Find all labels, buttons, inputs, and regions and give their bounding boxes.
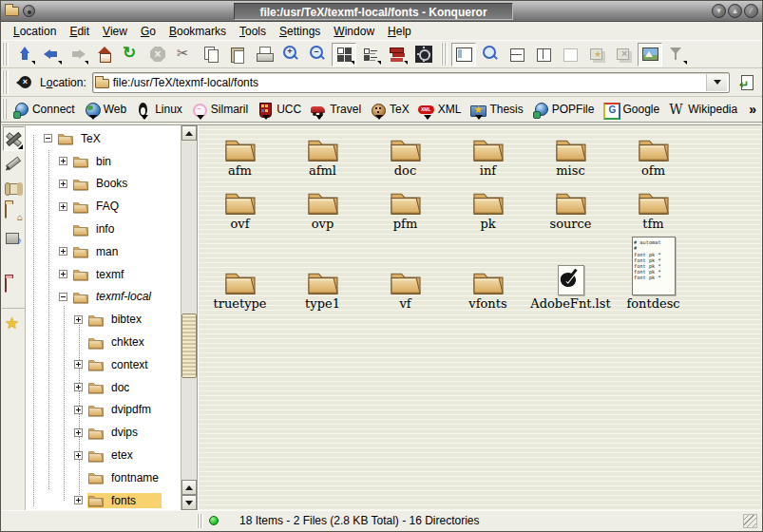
bookmark-item-globe[interactable]: Web xyxy=(81,100,132,120)
bookmark-item-ucc-crest[interactable]: UCC xyxy=(254,100,307,120)
sidebar-tab-configure-tools[interactable] xyxy=(3,126,25,151)
menu-item[interactable]: Location xyxy=(7,23,63,40)
location-value[interactable]: file:/usr/TeX/texmf-local/fonts xyxy=(109,76,706,89)
maximize-button[interactable]: ▴ xyxy=(728,4,742,18)
resize-grip[interactable] xyxy=(743,514,757,528)
file-item-folder[interactable]: ofm xyxy=(612,125,695,179)
menu-item[interactable]: Tools xyxy=(233,23,273,40)
tree-item[interactable]: chktex xyxy=(26,331,181,353)
tree-item[interactable]: etex xyxy=(26,444,181,466)
sticky-button[interactable] xyxy=(23,5,35,17)
file-item-folder[interactable]: doc xyxy=(364,125,447,179)
tree-item[interactable]: context xyxy=(26,353,181,376)
toolbar-button-new-tab[interactable] xyxy=(584,43,609,66)
toolbar-button-cut[interactable] xyxy=(172,43,197,66)
tree-expander[interactable] xyxy=(59,202,67,211)
location-input[interactable]: file:/usr/TeX/texmf-local/fonts xyxy=(92,72,730,93)
location-dropdown-button[interactable] xyxy=(706,74,727,91)
toolbar-button-print[interactable] xyxy=(252,43,277,66)
toolbar-drag-handle[interactable] xyxy=(2,43,9,66)
titlebar[interactable]: file:/usr/TeX/texmf-local/fonts - Konque… xyxy=(1,1,762,22)
sidebar-tab-history-scroll[interactable] xyxy=(3,176,25,200)
toolbar-button-zoom-in[interactable] xyxy=(278,43,303,66)
menu-item[interactable]: Go xyxy=(134,23,162,40)
tree-item[interactable]: doc xyxy=(26,376,181,399)
scroll-down-button[interactable] xyxy=(181,495,197,510)
tree-item[interactable]: FAQ xyxy=(26,195,181,218)
file-item-folder[interactable]: afml xyxy=(281,125,364,179)
close-button[interactable]: ⁄ xyxy=(744,4,758,18)
bookmark-item-wikipedia-w[interactable]: Wikipedia xyxy=(665,100,743,120)
icon-view[interactable]: afm afml doc xyxy=(198,125,761,510)
toolbar-button-filter[interactable] xyxy=(664,43,689,66)
toolbar-drag-handle[interactable] xyxy=(441,43,448,66)
file-item-folder[interactable]: pfm xyxy=(364,179,447,232)
go-button[interactable] xyxy=(735,71,758,94)
tree-item[interactable]: bin xyxy=(26,150,181,173)
tree-item[interactable]: info xyxy=(26,218,181,240)
file-item-folder[interactable]: ovf xyxy=(199,179,281,232)
toolbar-button-stop[interactable] xyxy=(145,43,170,66)
toolbar-button-back-arrow[interactable] xyxy=(39,43,64,66)
file-item-folder[interactable]: afm xyxy=(199,125,281,179)
toolbar-button-up-arrow[interactable] xyxy=(12,43,37,66)
bookmark-item-tex-lion[interactable]: TeX xyxy=(367,100,415,120)
menu-item[interactable]: Edit xyxy=(63,23,96,40)
tree-item[interactable]: fontname xyxy=(26,466,181,489)
file-item-folder[interactable]: source xyxy=(529,179,612,232)
toolbar-button-tree-view[interactable] xyxy=(358,43,383,66)
toolbar-button-close-tab[interactable] xyxy=(611,43,636,66)
toolbar-drag-handle[interactable] xyxy=(2,70,9,94)
file-item-folder[interactable]: vfonts xyxy=(447,232,529,312)
bookmark-overflow-chevron[interactable]: » xyxy=(743,102,762,117)
sidebar-tab-network-globe[interactable] xyxy=(3,250,25,275)
file-item-folder[interactable]: ovp xyxy=(281,179,364,232)
menu-item[interactable]: Settings xyxy=(273,23,327,40)
tree-item[interactable]: man xyxy=(26,240,181,263)
menu-item[interactable]: Bookmarks xyxy=(162,23,233,40)
sidebar-tab-services[interactable] xyxy=(3,225,25,250)
scroll-up-button[interactable] xyxy=(181,480,197,495)
tree-expander[interactable] xyxy=(59,180,67,188)
toolbar-button-zoom-out[interactable] xyxy=(305,43,330,66)
file-item-folder[interactable]: vf xyxy=(364,232,447,312)
tree-item[interactable]: texmf-local xyxy=(26,286,181,309)
sidebar-tab-root-folder[interactable] xyxy=(3,275,25,299)
toolbar-button-image-preview[interactable] xyxy=(638,43,662,66)
scrollbar-thumb[interactable] xyxy=(181,314,197,378)
tree-expander[interactable] xyxy=(74,360,83,369)
bookmark-item-plug-globe[interactable]: POPFile xyxy=(529,100,601,120)
tree-expander[interactable] xyxy=(59,270,67,278)
toolbar-button-split-left-right[interactable] xyxy=(531,43,556,66)
bookmark-item-xml-badge[interactable]: XML xyxy=(415,100,467,120)
toolbar-button-split-top-bottom[interactable] xyxy=(505,43,529,66)
tree-item[interactable]: fonts xyxy=(26,489,181,510)
sidebar-tab-bookmarks-star[interactable] xyxy=(2,308,26,336)
bookmark-item-car[interactable]: Travel xyxy=(307,100,367,120)
menu-item[interactable]: Window xyxy=(327,23,381,40)
window-menu-folder-icon[interactable] xyxy=(5,7,19,16)
toolbar-button-paste[interactable] xyxy=(225,43,250,66)
file-item-folder[interactable]: misc xyxy=(529,125,612,179)
toolbar-button-reload[interactable] xyxy=(119,43,143,66)
tree-expander[interactable] xyxy=(74,383,83,391)
tree-item[interactable]: Books xyxy=(26,173,181,196)
statusbar-handle[interactable] xyxy=(197,514,203,528)
toolbar-button-detail-view[interactable] xyxy=(385,43,410,66)
tree-item[interactable]: TeX xyxy=(26,127,181,150)
toolbar-button-navigation-panel[interactable] xyxy=(451,43,476,66)
tree-expander[interactable] xyxy=(44,134,52,142)
bookmark-item-penguin[interactable]: Linux xyxy=(132,100,188,120)
tree-expander[interactable] xyxy=(74,451,83,460)
bookmark-item-folder-star[interactable]: Thesis xyxy=(467,100,528,120)
tree-expander[interactable] xyxy=(74,406,83,414)
file-item-folder[interactable]: type1 xyxy=(281,232,364,312)
scroll-up-button[interactable] xyxy=(181,125,197,141)
file-item-folder[interactable]: truetype xyxy=(199,232,281,312)
file-item-text-preview[interactable]: # automat # font pk * font pk * font pk … xyxy=(612,232,695,312)
toolbar-button-find-file[interactable] xyxy=(478,43,503,66)
bookmark-item-google-g[interactable]: Google xyxy=(600,100,665,120)
bookmark-item-silmaril-ring[interactable]: Silmaril xyxy=(188,100,254,120)
tree-expander[interactable] xyxy=(74,315,83,324)
tree-item[interactable]: dvipdfm xyxy=(26,399,181,422)
